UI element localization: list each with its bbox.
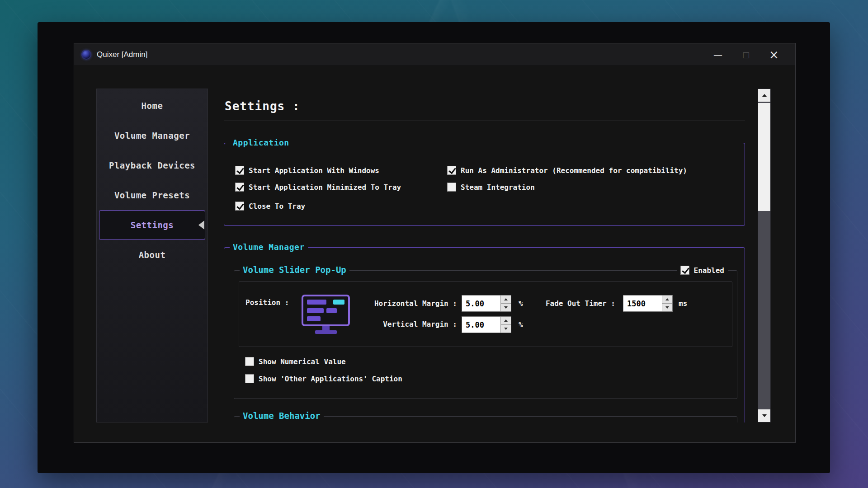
scroll-thumb[interactable] [758,103,770,211]
checkbox-box-checked [235,202,244,211]
volume-manager-groupbox: Volume Manager Volume Slider Pop-Up Enab… [224,247,745,422]
checkbox-box-checked [680,266,689,275]
maximize-button[interactable]: □ [732,45,760,64]
sidebar-item-home[interactable]: Home [99,91,205,121]
vertical-margin-input[interactable] [462,317,500,333]
volume-slider-popup-label: Volume Slider Pop-Up [240,265,349,275]
triangle-up-icon [665,298,669,300]
position-label: Position : [245,298,289,307]
checkbox-start-minimized-to-tray[interactable]: Start Application Minimized To Tray [235,183,401,192]
sidebar-item-volume-manager[interactable]: Volume Manager [99,121,205,150]
vertical-margin-unit: % [519,320,523,329]
spin-down-button[interactable] [662,304,672,311]
sidebar-item-label: Playback Devices [109,160,195,170]
arrow-down-icon [762,414,767,417]
sidebar-item-label: Settings [131,220,174,230]
checkbox-run-as-administrator[interactable]: Run As Administrator (Recommended for co… [447,166,687,175]
application-group-label: Application [230,138,292,147]
spinner-buttons [662,296,672,311]
sidebar-item-label: Volume Presets [114,190,190,200]
triangle-down-icon [504,306,508,309]
fade-out-timer-input[interactable] [623,296,662,311]
checkbox-start-with-windows[interactable]: Start Application With Windows [235,166,379,175]
checkbox-popup-enabled[interactable]: Enabled [677,266,728,275]
sidebar-item-label: Volume Manager [114,131,190,141]
app-logo-icon [81,50,91,60]
settings-page: Settings : Application Start Application… [224,89,745,422]
sidebar-item-label: Home [142,101,163,111]
checkbox-show-numerical-value[interactable]: Show Numerical Value [245,357,346,366]
sidebar-item-settings[interactable]: Settings [99,210,205,240]
monitor-bar [307,316,321,321]
checkbox-close-to-tray[interactable]: Close To Tray [235,202,305,211]
checkbox-box-checked [235,166,244,175]
triangle-up-icon [504,319,508,322]
checkbox-show-other-applications-caption[interactable]: Show 'Other Applications' Caption [245,374,402,383]
vertical-scrollbar[interactable] [758,89,771,422]
monitor-bar [326,308,337,313]
minimize-button[interactable]: — [704,45,732,64]
checkbox-box-checked [447,166,456,175]
fade-out-timer-spinbox [623,295,673,312]
fade-out-timer-label: Fade Out Timer : [519,299,615,308]
spin-down-button[interactable] [501,325,511,333]
sidebar-item-playback-devices[interactable]: Playback Devices [99,150,205,180]
checkbox-box-checked [235,183,244,192]
spinner-buttons [500,317,511,333]
sidebar-item-label: About [139,250,166,260]
volume-behavior-label: Volume Behavior [240,411,324,421]
monitor-screen-icon [302,295,350,326]
popup-position-panel: Position : [239,282,732,347]
application-groupbox: Application Start Application With Windo… [224,143,745,226]
monitor-bar-selected-top-right [333,300,344,305]
app-window: Quixer [Admin] — □ × Home Volume Manager… [74,43,796,443]
triangle-up-icon [504,298,508,300]
subgroup-divider [239,396,732,396]
fade-out-timer-unit: ms [679,299,687,308]
window-title: Quixer [Admin] [97,50,147,59]
arrow-up-icon [762,94,767,97]
monitor-bar [307,300,326,305]
close-button[interactable]: × [760,45,788,64]
checkbox-box-unchecked [245,357,254,366]
triangle-down-icon [504,328,508,330]
spin-up-button[interactable] [501,296,511,304]
volume-manager-group-label: Volume Manager [230,242,308,252]
checkbox-steam-integration[interactable]: Steam Integration [447,183,535,192]
sidebar: Home Volume Manager Playback Devices Vol… [96,89,208,422]
window-controls: — □ × [704,45,788,64]
horizontal-margin-input[interactable] [462,296,500,311]
sidebar-item-volume-presets[interactable]: Volume Presets [99,180,205,210]
heading-divider [224,121,745,121]
checkbox-box-unchecked [447,183,456,192]
spin-down-button[interactable] [501,304,511,311]
desktop-wallpaper: Quixer [Admin] — □ × Home Volume Manager… [0,0,868,488]
horizontal-margin-spinbox [462,295,511,312]
volume-behavior-groupbox: Volume Behavior [234,416,737,422]
sidebar-item-about[interactable]: About [99,240,205,270]
scroll-down-button[interactable] [758,409,770,422]
spin-up-button[interactable] [662,296,672,304]
spinner-buttons [500,296,511,311]
spin-up-button[interactable] [501,317,511,325]
checkbox-box-unchecked [245,374,254,383]
vertical-margin-spinbox [462,316,511,333]
triangle-down-icon [665,306,669,309]
monitor-bar [307,308,324,313]
volume-slider-popup-groupbox: Volume Slider Pop-Up Enabled Position : [234,270,737,399]
page-title: Settings : [225,99,300,113]
monitor-position-selector[interactable] [302,295,350,334]
horizontal-margin-label: Horizontal Margin : [348,299,457,308]
window-outer-frame: Quixer [Admin] — □ × Home Volume Manager… [38,22,830,473]
monitor-stand-icon [322,326,330,330]
monitor-base-icon [315,330,337,334]
titlebar[interactable]: Quixer [Admin] — □ × [74,43,795,66]
scroll-up-button[interactable] [758,89,770,102]
vertical-margin-label: Vertical Margin : [348,320,457,328]
active-item-arrow-icon [198,221,204,230]
